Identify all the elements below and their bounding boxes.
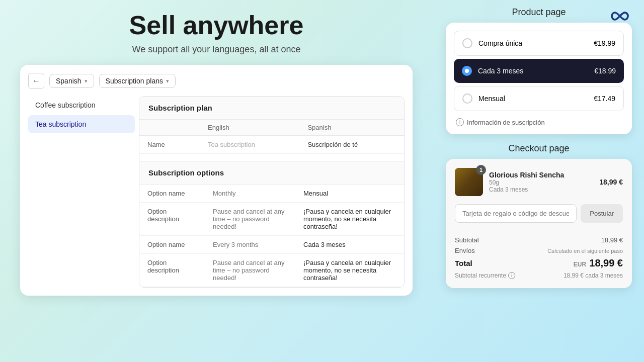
total-value: 18,99 € <box>589 257 623 268</box>
subtotal-recurrente-value: 18,99 € cada 3 meses <box>564 272 623 279</box>
info-icon: i <box>508 272 515 279</box>
item-variant: 50g <box>489 179 593 186</box>
product-card: Compra única €19.99 Cada 3 meses €18.99 … <box>446 23 632 134</box>
shipping-row: Envíos Calculado en el siguiente paso <box>455 247 623 254</box>
col-key-header <box>139 120 200 136</box>
subtotal-label: Subtotal <box>455 236 479 244</box>
item-image-container: 1 <box>455 168 483 196</box>
row-spanish: ¡Pausa y cancela en cualquier momento, n… <box>295 203 404 236</box>
shipping-label: Envíos <box>455 247 475 254</box>
chevron-down-icon: ▾ <box>166 78 169 84</box>
row-spanish: ¡Pausa y cancela en cualquier momento, n… <box>295 254 404 287</box>
subscription-options-table: Option name Monthly Mensual Option descr… <box>139 185 404 287</box>
apply-discount-button[interactable]: Postular <box>581 204 623 223</box>
currency-label: EUR <box>574 261 586 268</box>
subtotal-row: Subtotal 18,99 € <box>455 236 623 244</box>
radio-option-one-time[interactable]: Compra única €19.99 <box>454 31 624 56</box>
radio-price: €17.49 <box>594 95 615 103</box>
right-panel: Product page Compra única €19.99 Cada 3 … <box>446 7 632 288</box>
info-icon: i <box>456 118 464 126</box>
table-row: Name Tea subscription Suscripción de té <box>139 136 404 154</box>
table-row: Option description Pause and cancel at a… <box>139 203 404 236</box>
back-icon: ← <box>32 76 40 85</box>
radio-circle-icon <box>462 38 472 48</box>
row-key: Option description <box>139 203 205 236</box>
subscription-plan-header: Subscription plan <box>139 97 404 120</box>
radio-price: €18.99 <box>594 67 616 75</box>
checkout-card: 1 Glorious Rishi Sencha 50g Cada 3 meses… <box>446 159 632 288</box>
row-spanish: Mensual <box>295 185 404 203</box>
item-details: Glorious Rishi Sencha 50g Cada 3 meses <box>489 171 593 193</box>
row-spanish: Suscripción de té <box>299 136 404 154</box>
sidebar-item-label: Coffee subscription <box>35 101 96 109</box>
subscription-options-header: Subscription options <box>139 161 404 185</box>
radio-option-monthly[interactable]: Mensual €17.49 <box>454 86 624 111</box>
plans-label: Subscription plans <box>106 77 163 85</box>
main-content: Subscription plan English Spanish <box>139 96 405 288</box>
subtotal-recurrente-row: Subtotal recurrente i 18,99 € cada 3 mes… <box>455 272 623 279</box>
radio-option-3months[interactable]: Cada 3 meses €18.99 <box>454 59 624 83</box>
table-row: Option name Monthly Mensual <box>139 185 404 203</box>
shipping-value: Calculado en el siguiente paso <box>547 248 623 254</box>
product-page-label: Product page <box>446 7 632 18</box>
language-dropdown[interactable]: Spanish ▾ <box>49 74 94 88</box>
radio-label: Cada 3 meses <box>478 67 523 75</box>
row-english: Monthly <box>205 185 295 203</box>
chevron-down-icon: ▾ <box>85 78 88 84</box>
col-english-header: English <box>200 120 299 136</box>
checkout-page-label: Checkout page <box>446 143 632 154</box>
subscription-plan-section: Subscription plan English Spanish <box>139 97 404 154</box>
editor-toolbar: ← Spanish ▾ Subscription plans ▾ <box>28 73 405 89</box>
plans-dropdown[interactable]: Subscription plans ▾ <box>99 74 176 88</box>
subscription-plan-table: English Spanish Name Tea subscription Su… <box>139 120 404 154</box>
row-english: Every 3 months <box>205 236 295 254</box>
row-english: Tea subscription <box>200 136 299 154</box>
radio-label: Mensual <box>478 95 505 103</box>
editor-body: Coffee subscription Tea subscription Sub… <box>28 96 405 288</box>
subtotal-value: 18,99 € <box>601 236 623 244</box>
back-button[interactable]: ← <box>28 73 44 89</box>
row-spanish: Cada 3 meses <box>295 236 404 254</box>
row-english: Pause and cancel at any time – no passwo… <box>205 203 295 236</box>
subscription-info-label: Información de suscripción <box>467 119 545 126</box>
radio-circle-checked-icon <box>462 66 472 76</box>
row-key: Name <box>139 136 200 154</box>
col-spanish-header: Spanish <box>299 120 404 136</box>
page-title: Sell anywhere <box>20 10 413 40</box>
total-label: Total <box>455 259 472 267</box>
total-row: Total EUR 18,99 € <box>455 257 623 269</box>
table-row: Option description Pause and cancel at a… <box>139 254 404 287</box>
row-key: Option name <box>139 185 205 203</box>
editor-card: ← Spanish ▾ Subscription plans ▾ Coffee … <box>20 65 413 296</box>
discount-input[interactable] <box>455 204 577 223</box>
row-key: Option description <box>139 254 205 287</box>
totals-section: Subtotal 18,99 € Envíos Calculado en el … <box>455 230 623 279</box>
subscription-info: i Información de suscripción <box>454 114 624 126</box>
item-badge: 1 <box>476 165 486 175</box>
table-row: Option name Every 3 months Cada 3 meses <box>139 236 404 254</box>
checkout-item: 1 Glorious Rishi Sencha 50g Cada 3 meses… <box>455 168 623 196</box>
radio-circle-icon <box>462 94 472 104</box>
item-name: Glorious Rishi Sencha <box>489 171 593 179</box>
radio-price: €19.99 <box>594 39 615 47</box>
row-key: Option name <box>139 236 205 254</box>
subtotal-recurrente-label: Subtotal recurrente <box>455 272 506 279</box>
page-subtitle: We support all your languages, all at on… <box>20 44 413 55</box>
total-amount: EUR 18,99 € <box>574 257 623 269</box>
subscription-options-section: Subscription options Option name Monthly… <box>139 161 404 287</box>
radio-label: Compra única <box>478 39 522 47</box>
sidebar-item-label: Tea subscription <box>35 120 86 128</box>
sidebar-item-tea[interactable]: Tea subscription <box>28 115 135 133</box>
language-label: Spanish <box>56 77 82 85</box>
item-subscription: Cada 3 meses <box>489 186 593 193</box>
discount-row: Postular <box>455 204 623 223</box>
sidebar-item-coffee[interactable]: Coffee subscription <box>28 96 135 114</box>
item-price: 18,99 € <box>599 178 623 186</box>
sidebar: Coffee subscription Tea subscription <box>28 96 139 288</box>
left-panel: Sell anywhere We support all your langua… <box>20 10 413 296</box>
row-english: Pause and cancel at any time – no passwo… <box>205 254 295 287</box>
